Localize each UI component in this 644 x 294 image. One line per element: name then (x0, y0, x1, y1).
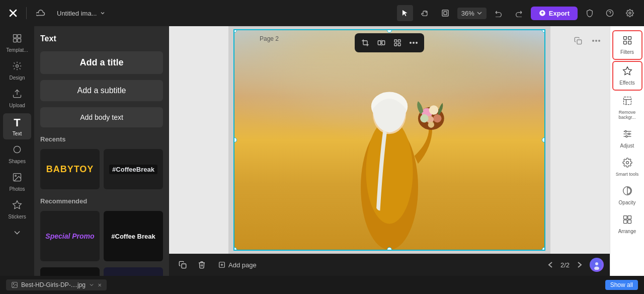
settings-icon-button[interactable] (622, 5, 638, 21)
cloud-save-button[interactable] (33, 5, 49, 21)
photos-icon (12, 172, 22, 185)
templates-label: Templat... (6, 47, 28, 53)
adjust-button[interactable]: Adjust (612, 125, 642, 153)
sidebar-item-shapes[interactable]: Shapes (3, 141, 31, 167)
recent-coffee[interactable]: #CoffeeBreak (104, 149, 163, 189)
select-tool-button[interactable] (397, 5, 413, 21)
recommended-label: Recommended (40, 197, 163, 205)
rec-item-3[interactable]: PRETTY (40, 267, 100, 276)
rec-item-4[interactable]: lifestyle (104, 267, 163, 276)
sidebar-item-upload[interactable]: Upload (3, 86, 31, 111)
file-tab[interactable]: Best-HD-Girls-DP-....jpg ✕ (6, 279, 107, 290)
svg-point-57 (626, 162, 628, 164)
opacity-button[interactable]: Opacity (612, 182, 642, 209)
file-tab-name: Best-HD-Girls-DP-....jpg (21, 281, 86, 288)
svg-rect-59 (627, 216, 631, 219)
redo-button[interactable] (511, 5, 527, 21)
more-options-button[interactable] (406, 35, 421, 50)
svg-point-63 (13, 283, 14, 284)
flip-tool-button[interactable] (374, 35, 389, 50)
hand-tool-button[interactable] (417, 5, 433, 21)
opacity-label: Opacity (619, 200, 636, 205)
text-icon: T (14, 116, 20, 129)
text-panel: Text Add a title Add a subtitle Add body… (34, 26, 169, 276)
add-title-button[interactable]: Add a title (40, 51, 163, 74)
crop-tool-button[interactable] (358, 35, 373, 50)
svg-rect-7 (18, 39, 21, 42)
delete-page-button[interactable] (194, 257, 209, 272)
svg-point-38 (428, 121, 434, 127)
handle-bottom-middle[interactable] (387, 247, 392, 251)
selected-image-container[interactable]: ↻ (233, 29, 545, 251)
handle-bottom-left[interactable] (233, 247, 237, 251)
sidebar-item-design[interactable]: Design (3, 58, 31, 84)
smart-tools-button[interactable]: Smart tools (612, 154, 642, 181)
smart-tools-label: Smart tools (616, 172, 639, 177)
svg-rect-18 (398, 40, 400, 42)
filters-button[interactable]: Filters (612, 30, 642, 60)
svg-point-3 (629, 12, 631, 14)
babytoy-text: BABYTOY (46, 164, 94, 175)
adjust-label: Adjust (620, 143, 634, 149)
position-tool-button[interactable] (390, 35, 405, 50)
add-subtitle-button[interactable]: Add a subtitle (40, 80, 163, 101)
show-all-button[interactable]: Show all (605, 280, 638, 290)
recents-label: Recents (40, 135, 163, 143)
sidebar-item-more[interactable] (3, 225, 31, 243)
rec-special-promo[interactable]: Special Promo (40, 211, 100, 261)
export-button[interactable]: Export (531, 7, 578, 20)
canvas-area: Page 2 (169, 26, 610, 276)
zoom-control[interactable]: 36% (457, 8, 487, 19)
recent-babytoy[interactable]: BABYTOY (40, 149, 100, 189)
effects-button[interactable]: Effects (612, 61, 642, 91)
svg-point-55 (628, 133, 629, 134)
handle-bottom-right[interactable] (542, 247, 545, 251)
icon-sidebar: Templat... Design Upload T (0, 26, 34, 276)
more-recommended-grid: PRETTY lifestyle (40, 267, 163, 276)
svg-rect-39 (182, 264, 186, 268)
text-label: Text (13, 131, 22, 136)
user-avatar[interactable] (590, 258, 604, 272)
file-name-button[interactable]: Untitled ima... (53, 8, 110, 19)
handle-middle-right[interactable] (542, 137, 545, 142)
more-page-options-button[interactable] (589, 33, 604, 48)
add-body-button[interactable]: Add body text (40, 107, 163, 127)
add-page-button[interactable]: Add page (213, 259, 262, 271)
app-logo[interactable] (6, 6, 20, 20)
prev-page-button[interactable] (544, 259, 556, 271)
canvas-scroll[interactable]: ↻ (169, 26, 610, 254)
undo-button[interactable] (491, 5, 507, 21)
shield-icon-button[interactable] (582, 5, 598, 21)
special-promo-text: Special Promo (45, 232, 94, 240)
duplicate-page-button[interactable] (571, 33, 586, 48)
rec-coffee-break[interactable]: #Coffee Break (104, 211, 163, 261)
adjust-icon (622, 129, 632, 141)
effects-label: Effects (619, 80, 634, 86)
remove-bg-button[interactable]: Remove backgr... (612, 92, 642, 124)
arrange-button[interactable]: Arrange (612, 210, 642, 238)
svg-rect-6 (14, 39, 17, 42)
sidebar-item-stickers[interactable]: Stickers (3, 197, 31, 223)
frame-tool-button[interactable] (437, 5, 453, 21)
next-page-button[interactable] (574, 259, 586, 271)
svg-point-12 (15, 175, 16, 177)
copy-page-button[interactable] (175, 257, 190, 272)
sidebar-item-photos[interactable]: Photos (3, 169, 31, 195)
sidebar-item-text[interactable]: T Text (3, 113, 31, 139)
coffee-text: #CoffeeBreak (109, 165, 157, 174)
handle-top-right[interactable] (542, 29, 545, 33)
sidebar-item-templates[interactable]: Templat... (3, 30, 31, 56)
svg-rect-20 (394, 43, 397, 46)
svg-point-35 (433, 114, 442, 123)
file-tab-close-button[interactable]: ✕ (98, 282, 102, 288)
help-icon-button[interactable] (602, 5, 618, 21)
svg-point-34 (429, 105, 439, 115)
shapes-label: Shapes (9, 159, 26, 164)
svg-rect-49 (623, 41, 626, 44)
svg-point-27 (598, 40, 600, 42)
page-navigation: 2/2 (544, 259, 586, 271)
arrange-icon (622, 214, 632, 227)
svg-point-25 (592, 40, 594, 42)
svg-marker-13 (13, 201, 22, 209)
svg-point-44 (595, 262, 598, 265)
